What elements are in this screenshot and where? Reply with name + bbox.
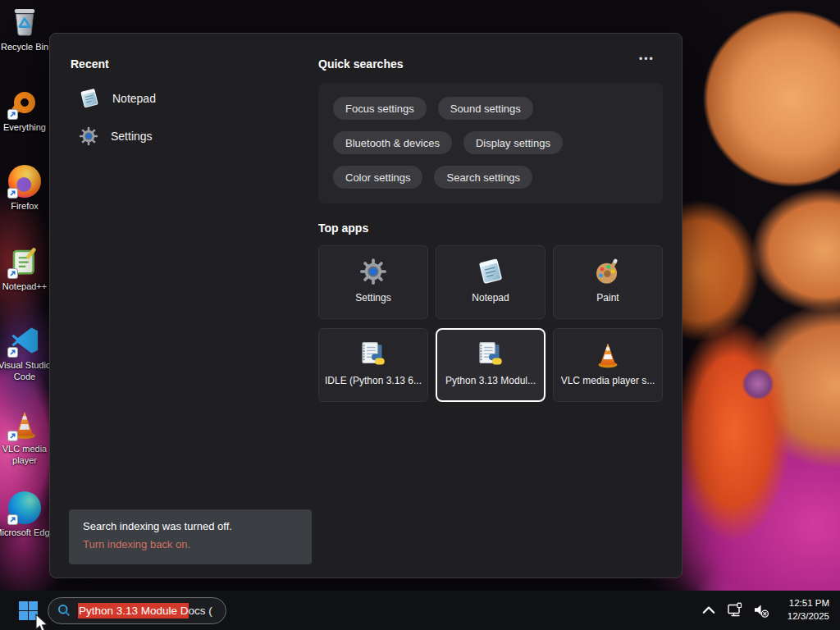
- search-rest-text: ocs (: [189, 603, 213, 619]
- windows-logo-icon: [19, 601, 38, 620]
- volume-mute-icon[interactable]: [752, 601, 770, 619]
- notification-message: Search indexing was turned off.: [83, 520, 298, 532]
- tile-label: VLC media player s...: [561, 375, 655, 386]
- quick-searches-header: Quick searches: [318, 57, 404, 71]
- shortcut-arrow-icon: [7, 431, 18, 441]
- turn-indexing-on-link[interactable]: Turn indexing back on.: [83, 538, 298, 550]
- quick-search-pill[interactable]: Search settings: [434, 166, 532, 189]
- tile-python-module-docs-selected[interactable]: Python 3.13 Modul...: [436, 328, 546, 402]
- taskbar: Python 3.13 Module Docs ( 12:51 PM 12/3/…: [0, 591, 840, 630]
- recent-item-label: Settings: [111, 130, 153, 143]
- tile-idle-python[interactable]: IDLE (Python 3.13 6...: [318, 328, 428, 402]
- quick-search-pill[interactable]: Focus settings: [333, 97, 427, 120]
- shortcut-arrow-icon: [7, 109, 18, 120]
- tile-notepad[interactable]: Notepad: [436, 245, 546, 319]
- quick-search-pill[interactable]: Color settings: [333, 166, 422, 189]
- tile-label: Settings: [355, 292, 390, 304]
- search-magnifier-icon: [57, 603, 71, 618]
- notepad-icon: [79, 88, 100, 109]
- taskbar-clock[interactable]: 12:51 PM 12/3/2025: [778, 597, 829, 623]
- recent-item-notepad[interactable]: Notepad: [73, 83, 319, 114]
- tile-label: Paint: [596, 292, 619, 304]
- quick-search-pill[interactable]: Display settings: [463, 131, 563, 154]
- chevron-up-icon[interactable]: [700, 601, 718, 619]
- clock-date: 12/3/2025: [778, 610, 829, 623]
- notepad-plus-plus-icon: [7, 244, 42, 279]
- python-doc-icon: [359, 340, 387, 368]
- shortcut-arrow-icon: [7, 347, 18, 358]
- quick-searches-card: Focus settings Sound settings Bluetooth …: [318, 83, 663, 203]
- quick-search-pill[interactable]: Bluetooth & devices: [333, 131, 452, 154]
- vscode-icon: [7, 323, 42, 358]
- start-button[interactable]: [12, 594, 43, 627]
- edge-icon: [7, 491, 42, 525]
- search-selected-text: Python 3.13 Module D: [78, 603, 189, 619]
- clock-time: 12:51 PM: [778, 597, 829, 610]
- shortcut-arrow-icon: [7, 514, 18, 525]
- tile-settings[interactable]: Settings: [318, 245, 428, 319]
- taskbar-search-box[interactable]: Python 3.13 Module Docs (: [48, 597, 226, 624]
- everything-search-icon: [7, 85, 42, 120]
- recent-item-label: Notepad: [112, 92, 156, 105]
- top-apps-grid: Settings Notepad Paint IDLE (Python 3.13…: [318, 245, 664, 402]
- search-panel: Recent Notepad Settings Quick searches •…: [49, 33, 682, 578]
- system-tray: 12:51 PM 12/3/2025: [700, 597, 829, 623]
- recent-item-settings[interactable]: Settings: [73, 121, 319, 152]
- shortcut-arrow-icon: [7, 268, 18, 279]
- indexing-notification: Search indexing was turned off. Turn ind…: [69, 509, 312, 564]
- tile-label: Notepad: [472, 292, 509, 304]
- more-options-button[interactable]: •••: [639, 53, 655, 65]
- top-apps-header: Top apps: [318, 221, 368, 235]
- tile-paint[interactable]: Paint: [553, 245, 663, 319]
- python-doc-icon: [477, 340, 504, 368]
- paint-palette-icon: [594, 258, 622, 285]
- network-icon[interactable]: [726, 601, 744, 619]
- shortcut-arrow-icon: [7, 188, 18, 199]
- desktop-screen: Recycle Bin Everything Firefox Notepad++…: [0, 0, 840, 630]
- notepad-icon: [477, 258, 504, 285]
- vlc-cone-icon: [594, 340, 622, 368]
- tile-vlc[interactable]: VLC media player s...: [553, 328, 663, 402]
- tile-label: IDLE (Python 3.13 6...: [325, 375, 422, 386]
- quick-search-pill[interactable]: Sound settings: [438, 97, 533, 120]
- settings-gear-icon: [359, 258, 387, 285]
- settings-gear-icon: [79, 126, 98, 146]
- vlc-cone-icon: [7, 407, 42, 441]
- recent-header: Recent: [71, 57, 109, 71]
- firefox-icon: [7, 164, 42, 199]
- tile-label: Python 3.13 Modul...: [445, 375, 536, 386]
- recycle-bin-icon: [7, 5, 42, 39]
